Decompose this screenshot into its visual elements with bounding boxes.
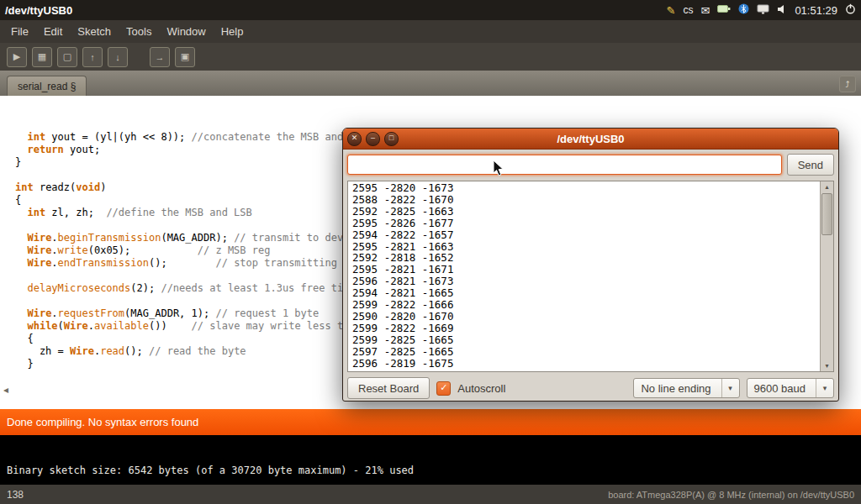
serial-line: 2595 -2821 -1671 <box>352 264 816 276</box>
menu-item-file[interactable]: File <box>3 22 36 41</box>
line-ending-value: No line ending <box>634 379 721 397</box>
stop-icon: ▦ <box>38 51 46 62</box>
notes-icon[interactable]: ✎ <box>667 5 676 16</box>
serial-input[interactable] <box>347 155 782 175</box>
serial-line: 2599 -2825 -1665 <box>352 334 816 346</box>
send-row: Send <box>347 154 834 176</box>
upload-icon: → <box>156 52 165 62</box>
serial-line: 2596 -2819 -1675 <box>352 358 816 370</box>
line-number-indicator: 138 <box>7 489 24 501</box>
menu-item-help[interactable]: Help <box>214 22 251 41</box>
serial-monitor-body: Send 2595 -2820 -16732588 -2822 -1670259… <box>343 150 838 403</box>
maximize-icon[interactable] <box>384 132 399 146</box>
stop-button[interactable]: ▦ <box>32 47 52 67</box>
serial-line: 2594 -2821 -1665 <box>352 287 816 299</box>
scroll-up-icon[interactable] <box>821 181 833 192</box>
close-icon[interactable] <box>347 132 362 146</box>
new-sketch-icon: ▢ <box>63 51 71 62</box>
send-button[interactable]: Send <box>787 154 834 176</box>
minimize-icon[interactable] <box>366 132 380 146</box>
serial-monitor-icon: ▣ <box>181 51 189 62</box>
save-sketch-button[interactable]: ↓ <box>108 47 128 67</box>
serial-line: 2595 -2821 -1663 <box>352 241 816 253</box>
verify-button[interactable]: ▶ <box>7 47 27 67</box>
tab-menu-button[interactable]: ⤴ <box>839 76 856 92</box>
reset-board-button[interactable]: Reset Board <box>347 377 430 399</box>
baud-rate-dropdown[interactable]: 9600 baud <box>747 378 834 398</box>
tab-serial-read[interactable]: serial_read § <box>7 76 87 96</box>
serial-line: 2597 -2825 -1665 <box>352 346 816 358</box>
serial-line: 2595 -2820 -1673 <box>352 182 816 194</box>
serial-line: 2599 -2822 -1666 <box>352 299 816 311</box>
new-sketch-button[interactable]: ▢ <box>57 47 77 67</box>
tab-label: serial_read § <box>18 81 76 92</box>
autoscroll-label: Autoscroll <box>457 382 505 395</box>
serial-line: 2592 -2825 -1663 <box>352 206 816 218</box>
scroll-down-icon[interactable] <box>821 360 833 371</box>
tab-strip: serial_read § ⤴ <box>0 71 861 96</box>
board-info: board: ATmega328P(A) @ 8 MHz (internal) … <box>608 490 854 500</box>
mail-icon[interactable]: ✉ <box>700 5 710 16</box>
build-console-message: Binary sketch size: 6542 bytes (of a 307… <box>7 465 414 476</box>
top-panel: /dev/ttyUSB0 ✎ cs ✉ 01:51:29 <box>0 0 861 20</box>
baud-rate-value: 9600 baud <box>747 379 816 397</box>
save-sketch-icon: ↓ <box>115 52 120 62</box>
scrollbar-thumb[interactable] <box>821 193 832 235</box>
open-sketch-button[interactable]: ↑ <box>82 47 103 67</box>
serial-monitor-button[interactable]: ▣ <box>175 47 195 67</box>
window-title: /dev/ttyUSB0 <box>0 4 72 17</box>
system-tray: ✎ cs ✉ 01:51:29 <box>667 3 861 17</box>
session-menu-icon[interactable] <box>845 3 856 17</box>
serial-line: 2596 -2821 -1673 <box>352 276 816 287</box>
serial-line: 2592 -2818 -1652 <box>352 252 816 264</box>
serial-line: 2594 -2822 -1657 <box>352 229 816 241</box>
volume-icon[interactable] <box>777 4 787 17</box>
scroll-left-icon[interactable] <box>3 384 8 396</box>
build-console: Binary sketch size: 6542 bytes (of a 307… <box>0 435 861 485</box>
serial-line: 2590 -2820 -1670 <box>352 311 816 323</box>
upload-button[interactable]: → <box>150 47 170 67</box>
menu-item-window[interactable]: Window <box>159 22 213 41</box>
bluetooth-icon[interactable] <box>738 3 749 17</box>
line-ending-dropdown[interactable]: No line ending <box>633 378 739 398</box>
serial-monitor-title: /dev/ttyUSB0 <box>343 133 838 145</box>
clock[interactable]: 01:51:29 <box>795 4 837 17</box>
battery-icon[interactable] <box>717 4 731 16</box>
keyboard-layout-indicator[interactable]: cs <box>683 4 693 16</box>
menu-item-tools[interactable]: Tools <box>119 22 159 41</box>
serial-line: 2595 -2826 -1677 <box>352 218 816 229</box>
chevron-down-icon[interactable] <box>721 379 739 397</box>
serial-output[interactable]: 2595 -2820 -16732588 -2822 -16702592 -28… <box>348 181 821 371</box>
ide-toolbar: ▶▦▢↑↓→▣ <box>0 43 861 71</box>
status-footer: 138 board: ATmega328P(A) @ 8 MHz (intern… <box>0 485 861 504</box>
serial-controls-bar: Reset Board Autoscroll No line ending 96… <box>347 377 834 399</box>
tab-menu-icon: ⤴ <box>846 80 850 89</box>
menu-item-edit[interactable]: Edit <box>36 22 70 41</box>
serial-monitor-window: /dev/ttyUSB0 Send 2595 -2820 -16732588 -… <box>342 128 839 402</box>
open-sketch-icon: ↑ <box>90 52 95 62</box>
verify-icon: ▶ <box>13 51 20 62</box>
chevron-down-icon[interactable] <box>816 379 833 397</box>
autoscroll-checkbox[interactable] <box>436 381 451 396</box>
compile-status-bar: Done compiling. No syntax errors found <box>0 409 861 435</box>
serial-monitor-titlebar[interactable]: /dev/ttyUSB0 <box>343 129 838 150</box>
network-icon[interactable] <box>757 4 769 17</box>
menubar: FileEditSketchToolsWindowHelp <box>0 20 861 43</box>
serial-line: 2588 -2822 -1670 <box>352 194 816 206</box>
menu-item-sketch[interactable]: Sketch <box>70 22 119 41</box>
serial-line: 2599 -2822 -1669 <box>352 323 816 334</box>
vertical-scrollbar[interactable] <box>820 181 833 371</box>
serial-output-panel: 2595 -2820 -16732588 -2822 -16702592 -28… <box>347 181 834 372</box>
compile-status-message: Done compiling. No syntax errors found <box>7 416 198 428</box>
